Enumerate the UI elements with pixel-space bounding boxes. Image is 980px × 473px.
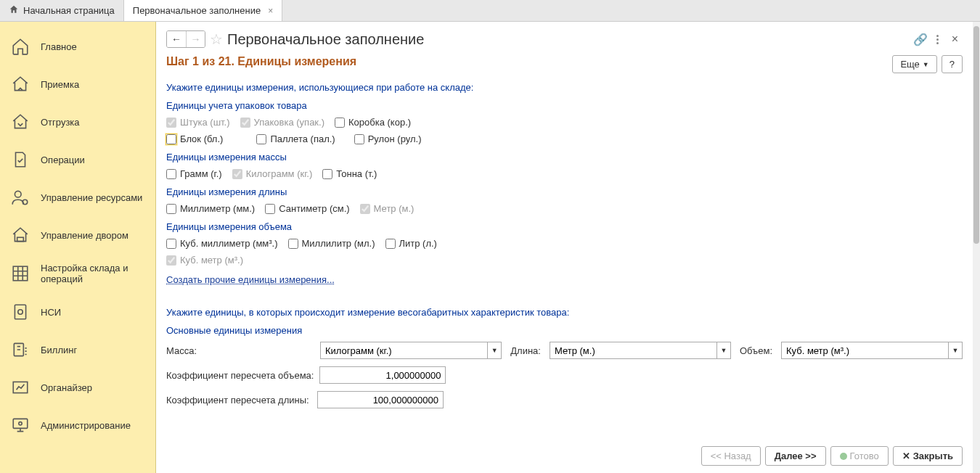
x-icon: ✕ xyxy=(902,451,910,461)
len-select-caret-icon[interactable]: ▼ xyxy=(716,342,731,359)
check-kubmetr: Куб. метр (м³.) xyxy=(166,255,243,266)
check-metr: Метр (м.) xyxy=(360,203,415,214)
koef-len-label: Коэффициент пересчета длины: xyxy=(166,395,311,406)
back-button[interactable]: << Назад xyxy=(701,446,761,466)
sidebar-item-admin[interactable]: Администрирование xyxy=(0,406,155,444)
check-litr[interactable]: Литр (л.) xyxy=(385,238,437,249)
money-icon xyxy=(10,340,30,360)
caret-down-icon: ▼ xyxy=(923,61,929,68)
len-select[interactable] xyxy=(550,342,716,359)
svg-point-5 xyxy=(18,310,23,315)
mass-select[interactable] xyxy=(320,342,487,359)
check-korobka[interactable]: Коробка (кор.) xyxy=(335,117,411,128)
close-page-icon[interactable]: × xyxy=(947,31,963,47)
help-button[interactable]: ? xyxy=(942,55,963,73)
sidebar-item-main[interactable]: Главное xyxy=(0,28,155,65)
check-millimeter[interactable]: Миллиметр (мм.) xyxy=(166,203,255,214)
check-rulon[interactable]: Рулон (рул.) xyxy=(354,133,422,144)
sidebar-label: Биллинг xyxy=(41,345,77,355)
section-mass-label: Единицы измерения массы xyxy=(166,152,963,163)
chart-icon xyxy=(10,377,30,398)
mass-label: Масса: xyxy=(166,345,311,356)
instruction-2: Укажите единицы, в которых происходит из… xyxy=(166,307,963,318)
svg-rect-2 xyxy=(17,237,24,241)
next-button[interactable]: Далее >> xyxy=(765,446,826,466)
section-len-label: Единицы измерения длины xyxy=(166,186,963,197)
link-icon[interactable]: 🔗 xyxy=(913,33,928,46)
sidebar-label: Отгрузка xyxy=(41,117,80,128)
kebab-menu-icon[interactable] xyxy=(934,32,942,47)
sidebar-item-out[interactable]: Отгрузка xyxy=(0,103,155,141)
dot-green-icon xyxy=(840,453,847,460)
sidebar-item-settings[interactable]: Настройка склада и операций xyxy=(0,254,155,293)
favorite-star-icon[interactable]: ☆ xyxy=(210,30,223,48)
database-icon xyxy=(10,302,30,322)
tabs-bar: Начальная страница Первоначальное заполн… xyxy=(0,0,980,22)
instruction-1: Укажите единицы измерения, использующиес… xyxy=(166,82,963,93)
check-milliliter[interactable]: Миллилитр (мл.) xyxy=(288,238,375,249)
check-kilogramm: Килограмм (кг.) xyxy=(232,168,313,179)
check-upakovka: Упаковка (упак.) xyxy=(240,117,324,128)
tab-active-label: Первоначальное заполнение xyxy=(133,5,261,16)
close-button[interactable]: ✕Закрыть xyxy=(893,446,963,466)
svg-point-0 xyxy=(15,191,21,197)
create-other-units-link[interactable]: Создать прочие единицы измерения... xyxy=(166,274,335,285)
koef-vol-label: Коэффициент пересчета объема: xyxy=(166,370,314,381)
tab-home[interactable]: Начальная страница xyxy=(0,0,124,21)
nav-forward-button[interactable]: → xyxy=(186,31,205,47)
house-icon xyxy=(10,36,30,57)
sidebar-label: Управление двором xyxy=(41,230,128,241)
check-tonna[interactable]: Тонна (т.) xyxy=(322,168,377,179)
monitor-gear-icon xyxy=(10,415,30,435)
check-kubmm[interactable]: Куб. миллиметр (мм³.) xyxy=(166,238,278,249)
tab-home-label: Начальная страница xyxy=(23,5,115,16)
sidebar-label: Главное xyxy=(41,41,77,52)
nav-buttons: ← → xyxy=(166,30,205,48)
sidebar-item-in[interactable]: Приемка xyxy=(0,65,155,103)
page-title: Первоначальное заполнение xyxy=(227,31,424,48)
check-gramm[interactable]: Грамм (г.) xyxy=(166,168,222,179)
vol-select-caret-icon[interactable]: ▼ xyxy=(948,342,963,359)
sidebar-label: Органайзер xyxy=(41,382,92,393)
svg-point-9 xyxy=(19,422,22,425)
koef-len-input[interactable] xyxy=(317,391,444,408)
nav-back-button[interactable]: ← xyxy=(167,31,186,47)
document-check-icon xyxy=(10,149,30,170)
svg-rect-3 xyxy=(13,266,28,281)
section-pack-label: Единицы учета упаковок товара xyxy=(166,100,963,111)
mass-select-caret-icon[interactable]: ▼ xyxy=(487,342,502,359)
grid-gear-icon xyxy=(10,263,30,284)
sidebar-label: Операции xyxy=(41,155,85,165)
home-icon xyxy=(9,4,19,17)
check-palleta[interactable]: Паллета (пал.) xyxy=(256,133,335,144)
sidebar-item-ops[interactable]: Операции xyxy=(0,141,155,178)
tab-close-icon[interactable]: × xyxy=(268,6,273,16)
done-button[interactable]: Готово xyxy=(830,446,889,466)
outbox-icon xyxy=(10,112,30,132)
sidebar-label: НСИ xyxy=(41,307,61,318)
vol-select[interactable] xyxy=(781,342,948,359)
sidebar-label: Настройка склада и операций xyxy=(41,263,145,284)
scroll-thumb[interactable] xyxy=(973,26,979,244)
sidebar-item-organizer[interactable]: Органайзер xyxy=(0,369,155,406)
sidebar-label: Администрирование xyxy=(41,420,131,431)
svg-rect-8 xyxy=(13,419,28,428)
sidebar-item-resources[interactable]: Управление ресурсами xyxy=(0,178,155,216)
sidebar-label: Управление ресурсами xyxy=(41,192,142,203)
sidebar-label: Приемка xyxy=(41,79,79,90)
step-title: Шаг 1 из 21. Единицы измерения xyxy=(166,55,356,68)
check-blok[interactable]: Блок (бл.) xyxy=(166,133,223,144)
content-area: ← → ☆ Первоначальное заполнение 🔗 × Шаг … xyxy=(156,22,973,473)
check-santimeter[interactable]: Сантиметр (см.) xyxy=(265,203,349,214)
footer-buttons: << Назад Далее >> Готово ✕Закрыть xyxy=(156,439,973,473)
more-button[interactable]: Еще▼ xyxy=(892,55,936,73)
tab-active[interactable]: Первоначальное заполнение × xyxy=(124,0,282,21)
check-shtuka: Штука (шт.) xyxy=(166,117,230,128)
section-main-label: Основные единицы измерения xyxy=(166,325,963,336)
sidebar-item-nsi[interactable]: НСИ xyxy=(0,293,155,331)
sidebar-item-yard[interactable]: Управление двором xyxy=(0,216,155,254)
len-label: Длина: xyxy=(510,345,541,356)
sidebar-item-billing[interactable]: Биллинг xyxy=(0,331,155,369)
koef-vol-input[interactable] xyxy=(319,366,446,384)
scrollbar[interactable] xyxy=(973,22,980,473)
